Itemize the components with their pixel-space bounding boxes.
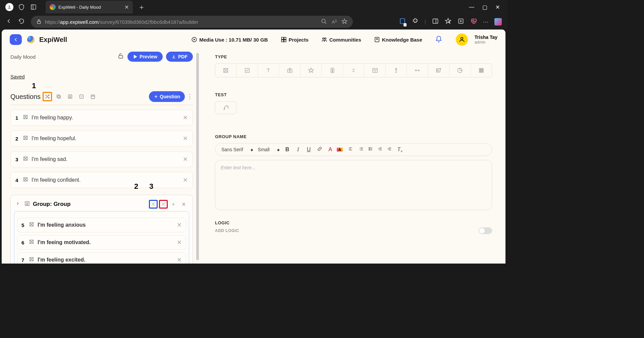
new-tab-icon[interactable]: ＋ <box>138 3 145 12</box>
type-matrix-icon[interactable] <box>215 64 236 77</box>
type-info-icon[interactable] <box>322 64 343 77</box>
type-layout-icon[interactable] <box>364 64 385 77</box>
logic-label: LOGIC <box>215 220 492 225</box>
knowledge-link[interactable]: Knowledge Base <box>374 37 422 43</box>
highlight-button[interactable]: A <box>337 148 343 152</box>
extensions-icon[interactable] <box>412 18 419 26</box>
question-item[interactable]: 5I'm feeling anxious✕ <box>17 218 186 232</box>
preview-button[interactable]: Preview <box>127 52 163 62</box>
svg-point-89 <box>440 68 441 69</box>
svg-point-83 <box>415 70 416 71</box>
group-remove-icon[interactable]: ✕ <box>179 200 188 209</box>
italic-button[interactable]: I <box>295 147 301 153</box>
svg-text:%: % <box>165 202 166 204</box>
back-button[interactable] <box>10 34 22 45</box>
maximize-icon[interactable]: ▢ <box>482 4 487 10</box>
chevron-right-icon[interactable] <box>15 201 21 207</box>
svg-marker-14 <box>194 39 196 41</box>
type-grid-icon[interactable] <box>471 64 492 77</box>
type-rating-icon[interactable] <box>301 64 322 77</box>
outdent-button[interactable] <box>377 147 383 153</box>
question-item[interactable]: 4I'm feeling confident.✕ <box>10 172 193 188</box>
avatar[interactable] <box>456 34 468 46</box>
test-ai-button[interactable] <box>215 101 236 114</box>
add-question-button[interactable]: ＋ Question <box>149 91 185 102</box>
list-button[interactable] <box>65 92 75 101</box>
clear-format-button[interactable]: T✕ <box>397 146 403 153</box>
read-aloud-icon[interactable]: A)) <box>332 19 337 24</box>
remove-question-icon[interactable]: ✕ <box>183 135 188 142</box>
close-window-icon[interactable]: ✕ <box>495 4 500 10</box>
copy-button[interactable] <box>54 92 63 101</box>
zoom-icon[interactable] <box>321 18 327 25</box>
indent-button[interactable] <box>386 147 392 153</box>
communities-link[interactable]: Communities <box>321 37 361 43</box>
notifications-icon[interactable] <box>435 36 443 44</box>
remove-question-icon[interactable]: ✕ <box>183 156 188 163</box>
minimize-icon[interactable]: — <box>469 4 474 10</box>
unlock-icon[interactable] <box>117 53 124 61</box>
type-photo-icon[interactable] <box>279 64 300 77</box>
shuffle-button[interactable] <box>43 92 52 101</box>
projects-link[interactable]: Projects <box>281 37 309 43</box>
group-header[interactable]: Group: Group % ＋ ✕ <box>14 199 189 211</box>
nav-reload-icon[interactable] <box>18 18 25 26</box>
remove-question-icon[interactable]: ✕ <box>177 256 182 264</box>
ol-button[interactable]: 123 <box>358 147 364 153</box>
type-image-icon[interactable] <box>428 64 449 77</box>
questions-label: Questions <box>10 93 41 101</box>
help-button[interactable]: ? <box>77 92 86 101</box>
group-shuffle-button[interactable] <box>149 200 158 209</box>
question-item[interactable]: 6I'm feeing motivated.✕ <box>17 235 186 250</box>
question-item[interactable]: 1I'm feeling happy.✕ <box>10 110 193 126</box>
health-icon[interactable] <box>470 18 477 26</box>
type-link-icon[interactable] <box>407 64 428 77</box>
more-menu-icon[interactable]: ⋮ <box>187 93 193 100</box>
tablist-icon[interactable] <box>29 2 38 12</box>
remove-question-icon[interactable]: ✕ <box>183 114 188 121</box>
font-family-select[interactable]: Sans Serif◆ <box>221 147 253 152</box>
copilot-icon[interactable] <box>494 18 502 25</box>
media-use-text: Media Use : 10.71 MB/ 30 GB <box>199 37 268 43</box>
remove-question-icon[interactable]: ✕ <box>177 239 182 246</box>
bold-button[interactable]: B <box>284 147 290 153</box>
type-checkbox-icon[interactable] <box>236 64 258 77</box>
logic-toggle[interactable] <box>479 227 492 234</box>
group-name-input[interactable]: Enter text here... <box>215 160 492 210</box>
align-button[interactable] <box>347 147 354 153</box>
ul-button[interactable] <box>368 147 374 153</box>
font-size-select[interactable]: Small◆ <box>258 147 280 152</box>
group-subset-button[interactable]: % <box>159 200 168 209</box>
group-add-icon[interactable]: ＋ <box>169 200 178 209</box>
workspaces-icon[interactable] <box>17 2 26 12</box>
calendar-button[interactable] <box>88 92 98 101</box>
question-item[interactable]: 7I'm feeling excited.✕ <box>17 252 186 264</box>
question-item[interactable]: 3I'm feeling sad.✕ <box>10 151 193 167</box>
type-slider-icon[interactable] <box>386 64 407 77</box>
favorites-icon[interactable] <box>445 18 451 26</box>
address-bar[interactable]: https://app.expiwell.com/survey/67039bd3… <box>31 16 353 28</box>
underline-button[interactable]: U <box>306 147 312 153</box>
pdf-button[interactable]: PDF <box>166 52 193 62</box>
remove-question-icon[interactable]: ✕ <box>183 176 188 184</box>
media-use[interactable]: Media Use : 10.71 MB/ 30 GB <box>191 37 268 43</box>
type-time-icon[interactable] <box>449 64 471 77</box>
remove-question-icon[interactable]: ✕ <box>177 221 182 229</box>
ext1-icon[interactable]: 1 <box>399 18 406 26</box>
svg-rect-1 <box>31 5 36 9</box>
color-button[interactable]: A <box>327 147 333 153</box>
split-icon[interactable] <box>432 18 439 26</box>
svg-rect-98 <box>481 71 482 72</box>
more-icon[interactable]: ⋯ <box>483 19 488 25</box>
logo-icon <box>27 36 35 43</box>
tab-close-icon[interactable]: ✕ <box>124 4 129 10</box>
link-button[interactable] <box>317 147 323 153</box>
nav-back-icon[interactable] <box>5 18 12 26</box>
profile-icon[interactable] <box>5 2 14 12</box>
browser-tab[interactable]: ExpiWell - Daily Mood ✕ <box>46 1 133 13</box>
favorite-icon[interactable] <box>341 18 347 25</box>
type-expand-icon[interactable] <box>343 64 364 77</box>
collections-icon[interactable] <box>458 18 464 26</box>
question-item[interactable]: 2I'm feeling hopeful.✕ <box>10 130 193 147</box>
type-text-icon[interactable] <box>258 64 279 77</box>
